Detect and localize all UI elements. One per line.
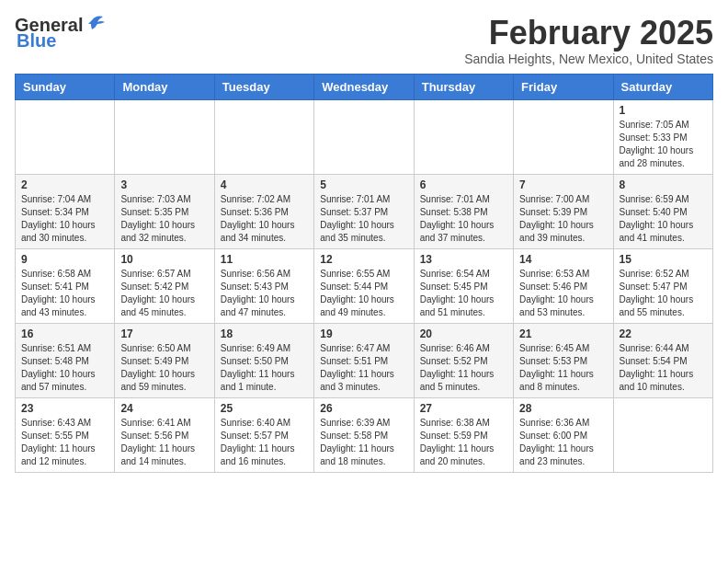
calendar-cell: 3Sunrise: 7:03 AM Sunset: 5:35 PM Daylig…	[115, 174, 214, 248]
day-number: 3	[120, 178, 208, 191]
calendar-cell	[613, 397, 712, 472]
logo: General Blue	[15, 15, 107, 52]
weekday-header-tuesday: Tuesday	[214, 74, 313, 99]
day-info: Sunrise: 6:38 AM Sunset: 5:59 PM Dayligh…	[420, 417, 507, 468]
day-number: 4	[221, 178, 308, 191]
day-number: 17	[120, 327, 208, 340]
calendar-cell	[514, 99, 613, 174]
weekday-header-wednesday: Wednesday	[314, 74, 414, 99]
calendar-cell: 2Sunrise: 7:04 AM Sunset: 5:34 PM Daylig…	[16, 174, 115, 248]
calendar-cell: 17Sunrise: 6:50 AM Sunset: 5:49 PM Dayli…	[115, 323, 214, 397]
day-info: Sunrise: 6:49 AM Sunset: 5:50 PM Dayligh…	[221, 342, 308, 394]
calendar-week-row: 23Sunrise: 6:43 AM Sunset: 5:55 PM Dayli…	[16, 397, 713, 472]
page-header: General Blue February 2025 Sandia Height…	[15, 15, 713, 66]
calendar-cell: 15Sunrise: 6:52 AM Sunset: 5:47 PM Dayli…	[613, 248, 712, 323]
day-number: 15	[620, 253, 707, 266]
day-info: Sunrise: 6:58 AM Sunset: 5:41 PM Dayligh…	[21, 268, 108, 319]
calendar-cell: 9Sunrise: 6:58 AM Sunset: 5:41 PM Daylig…	[16, 248, 115, 323]
calendar-cell: 6Sunrise: 7:01 AM Sunset: 5:38 PM Daylig…	[414, 174, 513, 248]
logo-blue-text: Blue	[17, 30, 56, 52]
day-number: 6	[420, 178, 507, 191]
day-number: 26	[320, 402, 407, 415]
day-info: Sunrise: 6:50 AM Sunset: 5:49 PM Dayligh…	[120, 342, 208, 394]
calendar-cell: 5Sunrise: 7:01 AM Sunset: 5:37 PM Daylig…	[314, 174, 414, 248]
calendar-cell: 26Sunrise: 6:39 AM Sunset: 5:58 PM Dayli…	[314, 397, 414, 472]
logo-bird-icon	[85, 15, 107, 33]
calendar-week-row: 9Sunrise: 6:58 AM Sunset: 5:41 PM Daylig…	[16, 248, 713, 323]
day-info: Sunrise: 7:01 AM Sunset: 5:38 PM Dayligh…	[420, 193, 507, 245]
day-info: Sunrise: 6:39 AM Sunset: 5:58 PM Dayligh…	[320, 417, 407, 468]
day-number: 11	[221, 253, 308, 266]
calendar-cell: 13Sunrise: 6:54 AM Sunset: 5:45 PM Dayli…	[414, 248, 513, 323]
weekday-header-monday: Monday	[115, 74, 214, 99]
day-number: 24	[120, 402, 208, 415]
calendar-cell: 18Sunrise: 6:49 AM Sunset: 5:50 PM Dayli…	[214, 323, 313, 397]
day-number: 27	[420, 402, 507, 415]
day-info: Sunrise: 6:53 AM Sunset: 5:46 PM Dayligh…	[519, 268, 607, 319]
day-info: Sunrise: 7:00 AM Sunset: 5:39 PM Dayligh…	[519, 193, 607, 245]
day-number: 10	[120, 253, 208, 266]
calendar-week-row: 16Sunrise: 6:51 AM Sunset: 5:48 PM Dayli…	[16, 323, 713, 397]
weekday-header-sunday: Sunday	[16, 74, 115, 99]
day-info: Sunrise: 6:57 AM Sunset: 5:42 PM Dayligh…	[120, 268, 208, 319]
day-info: Sunrise: 7:05 AM Sunset: 5:33 PM Dayligh…	[620, 119, 707, 170]
calendar-cell	[214, 99, 313, 174]
calendar-cell: 12Sunrise: 6:55 AM Sunset: 5:44 PM Dayli…	[314, 248, 414, 323]
calendar-cell: 25Sunrise: 6:40 AM Sunset: 5:57 PM Dayli…	[214, 397, 313, 472]
day-info: Sunrise: 6:52 AM Sunset: 5:47 PM Dayligh…	[620, 268, 707, 319]
calendar-cell: 10Sunrise: 6:57 AM Sunset: 5:42 PM Dayli…	[115, 248, 214, 323]
day-info: Sunrise: 7:01 AM Sunset: 5:37 PM Dayligh…	[320, 193, 407, 245]
day-number: 20	[420, 327, 507, 340]
calendar-cell: 19Sunrise: 6:47 AM Sunset: 5:51 PM Dayli…	[314, 323, 414, 397]
day-info: Sunrise: 6:40 AM Sunset: 5:57 PM Dayligh…	[221, 417, 308, 468]
day-info: Sunrise: 6:46 AM Sunset: 5:52 PM Dayligh…	[420, 342, 507, 394]
day-info: Sunrise: 7:03 AM Sunset: 5:35 PM Dayligh…	[120, 193, 208, 245]
day-info: Sunrise: 7:02 AM Sunset: 5:36 PM Dayligh…	[221, 193, 308, 245]
day-info: Sunrise: 6:36 AM Sunset: 6:00 PM Dayligh…	[519, 417, 607, 468]
day-info: Sunrise: 6:55 AM Sunset: 5:44 PM Dayligh…	[320, 268, 407, 319]
calendar-cell: 1Sunrise: 7:05 AM Sunset: 5:33 PM Daylig…	[613, 99, 712, 174]
day-info: Sunrise: 6:59 AM Sunset: 5:40 PM Dayligh…	[620, 193, 707, 245]
calendar-cell: 16Sunrise: 6:51 AM Sunset: 5:48 PM Dayli…	[16, 323, 115, 397]
calendar-cell: 23Sunrise: 6:43 AM Sunset: 5:55 PM Dayli…	[16, 397, 115, 472]
calendar-cell: 20Sunrise: 6:46 AM Sunset: 5:52 PM Dayli…	[414, 323, 513, 397]
month-title: February 2025	[464, 15, 713, 52]
day-number: 14	[519, 253, 607, 266]
day-number: 2	[21, 178, 108, 191]
location-subtitle: Sandia Heights, New Mexico, United State…	[464, 52, 713, 66]
day-number: 18	[221, 327, 308, 340]
day-number: 13	[420, 253, 507, 266]
day-number: 7	[519, 178, 607, 191]
day-info: Sunrise: 6:51 AM Sunset: 5:48 PM Dayligh…	[21, 342, 108, 394]
day-number: 21	[519, 327, 607, 340]
calendar-cell: 24Sunrise: 6:41 AM Sunset: 5:56 PM Dayli…	[115, 397, 214, 472]
calendar-cell: 4Sunrise: 7:02 AM Sunset: 5:36 PM Daylig…	[214, 174, 313, 248]
calendar-week-row: 1Sunrise: 7:05 AM Sunset: 5:33 PM Daylig…	[16, 99, 713, 174]
day-info: Sunrise: 6:54 AM Sunset: 5:45 PM Dayligh…	[420, 268, 507, 319]
day-number: 19	[320, 327, 407, 340]
day-info: Sunrise: 6:56 AM Sunset: 5:43 PM Dayligh…	[221, 268, 308, 319]
calendar-cell	[16, 99, 115, 174]
calendar-table: SundayMondayTuesdayWednesdayThursdayFrid…	[15, 74, 713, 473]
day-info: Sunrise: 6:44 AM Sunset: 5:54 PM Dayligh…	[620, 342, 707, 394]
weekday-header-thursday: Thursday	[414, 74, 513, 99]
day-number: 9	[21, 253, 108, 266]
calendar-cell: 21Sunrise: 6:45 AM Sunset: 5:53 PM Dayli…	[514, 323, 613, 397]
day-info: Sunrise: 6:47 AM Sunset: 5:51 PM Dayligh…	[320, 342, 407, 394]
day-number: 25	[221, 402, 308, 415]
calendar-cell: 11Sunrise: 6:56 AM Sunset: 5:43 PM Dayli…	[214, 248, 313, 323]
calendar-week-row: 2Sunrise: 7:04 AM Sunset: 5:34 PM Daylig…	[16, 174, 713, 248]
day-info: Sunrise: 6:41 AM Sunset: 5:56 PM Dayligh…	[120, 417, 208, 468]
day-number: 28	[519, 402, 607, 415]
calendar-cell: 7Sunrise: 7:00 AM Sunset: 5:39 PM Daylig…	[514, 174, 613, 248]
calendar-cell: 14Sunrise: 6:53 AM Sunset: 5:46 PM Dayli…	[514, 248, 613, 323]
weekday-header-row: SundayMondayTuesdayWednesdayThursdayFrid…	[16, 74, 713, 99]
calendar-cell	[314, 99, 414, 174]
calendar-cell	[115, 99, 214, 174]
day-number: 23	[21, 402, 108, 415]
day-number: 1	[620, 104, 707, 117]
day-info: Sunrise: 6:45 AM Sunset: 5:53 PM Dayligh…	[519, 342, 607, 394]
day-info: Sunrise: 7:04 AM Sunset: 5:34 PM Dayligh…	[21, 193, 108, 245]
calendar-cell: 27Sunrise: 6:38 AM Sunset: 5:59 PM Dayli…	[414, 397, 513, 472]
calendar-cell: 28Sunrise: 6:36 AM Sunset: 6:00 PM Dayli…	[514, 397, 613, 472]
